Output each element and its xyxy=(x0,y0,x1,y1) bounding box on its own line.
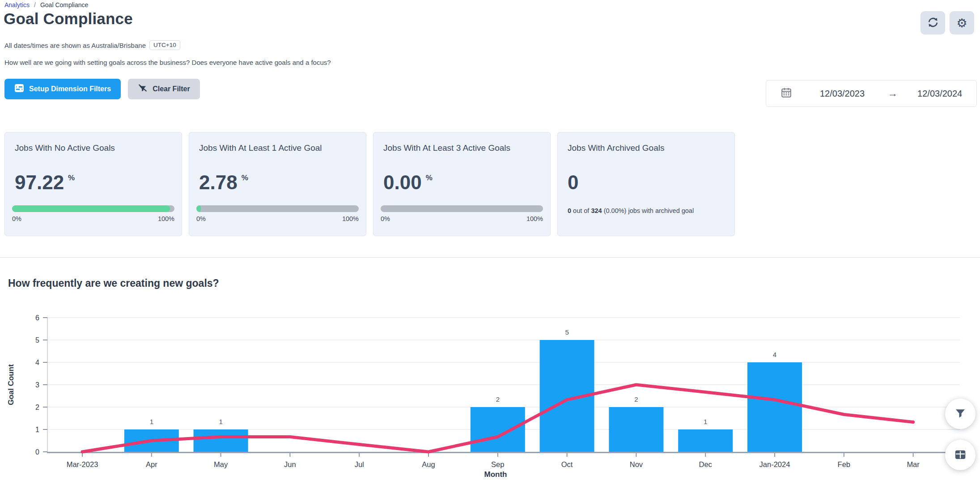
x-tick-label: Jun xyxy=(284,460,296,468)
header-actions: ⚙ xyxy=(921,11,974,34)
card-archived-goals: Jobs With Archived Goals 0 0 out of 324 … xyxy=(557,132,735,236)
card-unit: % xyxy=(68,174,75,183)
bar-Dec xyxy=(678,429,733,452)
chart-table-view-button[interactable] xyxy=(945,440,976,470)
y-tick-label: 6 xyxy=(35,314,39,322)
funnel-icon xyxy=(954,407,967,421)
x-tick-label: May xyxy=(214,460,228,468)
bar-value-label: 2 xyxy=(496,395,500,403)
refresh-button[interactable] xyxy=(921,11,945,34)
refresh-icon xyxy=(927,16,939,30)
timezone-text: All dates/times are shown as Australia/B… xyxy=(4,42,146,49)
x-tick-label: Feb xyxy=(838,460,850,468)
y-axis-title: Goal Count xyxy=(7,364,15,405)
card-value: 97.22 xyxy=(15,173,64,192)
stat-cards-row: Jobs With No Active Goals 97.22 % 0% 100… xyxy=(4,132,735,236)
x-axis-title: Month xyxy=(484,470,507,479)
table-icon xyxy=(954,448,967,463)
y-tick-label: 4 xyxy=(35,359,39,366)
gear-icon: ⚙ xyxy=(956,17,967,29)
y-tick-label: 2 xyxy=(35,404,39,411)
bar-Jan-2024 xyxy=(747,362,802,452)
x-tick-label: Aug xyxy=(422,460,435,468)
end-date-field[interactable]: 12/03/2024 xyxy=(917,89,962,99)
card-footer: 0 out of 324 (0.00%) jobs with archived … xyxy=(568,207,694,214)
progress-max: 100% xyxy=(158,215,174,222)
card-at-least-1-goal: Jobs With At Least 1 Active Goal 2.78 % … xyxy=(189,132,366,236)
bar-Sep xyxy=(471,407,525,452)
setup-dimension-filters-label: Setup Dimension Filters xyxy=(29,85,111,93)
progress-min: 0% xyxy=(381,215,390,222)
card-at-least-3-goals: Jobs With At Least 3 Active Goals 0.00 %… xyxy=(373,132,551,236)
breadcrumb-separator: / xyxy=(34,1,36,8)
section-divider xyxy=(0,257,980,258)
goal-count-chart: 01234561125214Mar-2023AprMayJunJulAugSep… xyxy=(0,304,980,480)
x-tick-label: Mar-2023 xyxy=(67,460,98,468)
start-date-field[interactable]: 12/03/2023 xyxy=(820,89,865,99)
page-description: How well are we going with setting goals… xyxy=(4,59,331,66)
bar-value-label: 2 xyxy=(634,395,638,403)
x-tick-label: Jul xyxy=(355,460,364,468)
progress-bar: 0% 100% xyxy=(12,205,174,222)
progress-bar: 0% 100% xyxy=(381,205,543,222)
card-value: 0 xyxy=(568,173,578,192)
card-unit: % xyxy=(426,174,433,183)
progress-min: 0% xyxy=(12,215,21,222)
settings-button[interactable]: ⚙ xyxy=(950,11,974,34)
goals-chart: 01234561125214Mar-2023AprMayJunJulAugSep… xyxy=(0,304,980,480)
x-tick-label: Sep xyxy=(491,460,504,468)
bar-value-label: 4 xyxy=(773,351,776,358)
bar-value-label: 5 xyxy=(565,328,568,336)
card-title: Jobs With At Least 3 Active Goals xyxy=(383,143,540,153)
x-tick-label: Dec xyxy=(699,460,712,468)
card-value: 0.00 xyxy=(383,173,422,192)
breadcrumb: Analytics / Goal Compliance xyxy=(4,1,88,8)
clear-filter-button[interactable]: Clear Filter xyxy=(128,79,200,99)
clear-filter-label: Clear Filter xyxy=(153,85,190,93)
timezone-badge: UTC+10 xyxy=(149,40,180,50)
date-range-picker[interactable]: 12/03/2023 → 12/03/2024 xyxy=(766,80,977,107)
chart-filter-button[interactable] xyxy=(945,399,976,429)
page-title: Goal Compliance xyxy=(4,10,133,28)
progress-max: 100% xyxy=(526,215,543,222)
x-tick-label: Jan-2024 xyxy=(759,460,790,468)
clear-filter-icon xyxy=(138,83,148,95)
calendar-icon xyxy=(781,87,792,100)
x-tick-label: Mar xyxy=(907,460,920,468)
date-arrow-icon: → xyxy=(888,88,898,99)
x-tick-label: Nov xyxy=(630,460,643,468)
breadcrumb-goal-compliance: Goal Compliance xyxy=(40,1,88,8)
x-tick-label: Apr xyxy=(146,460,157,468)
breadcrumb-analytics[interactable]: Analytics xyxy=(4,1,30,8)
card-title: Jobs With At Least 1 Active Goal xyxy=(199,143,356,153)
progress-min: 0% xyxy=(196,215,206,222)
card-value: 2.78 xyxy=(199,173,238,192)
progress-bar: 0% 100% xyxy=(196,205,359,222)
progress-max: 100% xyxy=(342,215,359,222)
timezone-note: All dates/times are shown as Australia/B… xyxy=(4,40,180,50)
bar-value-label: 1 xyxy=(704,418,707,425)
y-tick-label: 3 xyxy=(35,381,39,389)
y-tick-label: 5 xyxy=(35,336,39,344)
chart-section-title: How frequently are we creating new goals… xyxy=(8,277,219,289)
dimension-filters-icon xyxy=(14,84,24,94)
bar-Nov xyxy=(609,407,663,452)
card-title: Jobs With No Active Goals xyxy=(15,143,172,153)
bar-May xyxy=(194,429,248,452)
setup-dimension-filters-button[interactable]: Setup Dimension Filters xyxy=(4,79,121,99)
card-title: Jobs With Archived Goals xyxy=(568,143,725,153)
card-no-active-goals: Jobs With No Active Goals 97.22 % 0% 100… xyxy=(4,132,182,236)
bar-value-label: 1 xyxy=(150,418,153,425)
filter-toolbar: Setup Dimension Filters Clear Filter xyxy=(4,79,200,99)
x-tick-label: Oct xyxy=(561,460,573,468)
bar-value-label: 1 xyxy=(219,418,222,425)
card-unit: % xyxy=(242,174,248,183)
y-tick-label: 0 xyxy=(35,448,39,456)
y-tick-label: 1 xyxy=(35,426,39,433)
